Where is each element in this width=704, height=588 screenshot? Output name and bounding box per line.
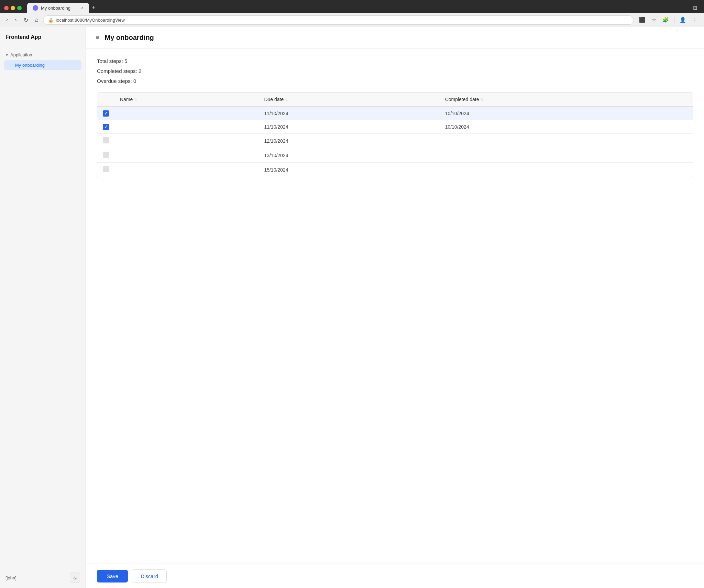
table-row: 12/10/2024 — [97, 134, 693, 148]
minimize-window-button[interactable] — [11, 6, 15, 10]
total-steps-stat: Total steps: 5 — [97, 58, 693, 64]
secure-icon: 🔒 — [48, 18, 54, 23]
hamburger-button[interactable]: ≡ — [94, 33, 101, 43]
tab-favicon-icon — [33, 5, 38, 11]
table-header-name[interactable]: Name ⇅ — [114, 92, 258, 107]
checkbox-cell[interactable] — [97, 107, 114, 120]
step-name-cell — [114, 134, 258, 148]
screenshot-button[interactable]: ⬛ — [637, 15, 648, 25]
main-header: ≡ My onboarding — [86, 27, 704, 48]
due-date-cell: 13/10/2024 — [258, 148, 439, 163]
toolbar-divider — [674, 17, 674, 23]
fullscreen-window-button[interactable] — [17, 6, 22, 10]
table-header-due-date[interactable]: Due date ⇅ — [258, 92, 439, 107]
browser-titlebar: My onboarding × + ⊞ — [0, 0, 704, 13]
due-date-cell: 15/10/2024 — [258, 163, 439, 177]
tab-close-button[interactable]: × — [81, 6, 84, 10]
table-row: 11/10/202410/10/2024 — [97, 120, 693, 134]
name-sort-icon: ⇅ — [134, 98, 137, 101]
onboarding-table: Name ⇅ Due date ⇅ — [97, 92, 693, 177]
sidebar-section: ∨ Application My onboarding — [0, 46, 86, 72]
step-name-cell — [114, 120, 258, 134]
sidebar-item-label: My onboarding — [15, 63, 45, 68]
tab-bar: My onboarding × + — [27, 3, 688, 13]
extension-button[interactable]: 🧩 — [660, 15, 671, 25]
user-profile-button[interactable]: 👤 — [677, 15, 689, 25]
unchecked-checkbox[interactable] — [103, 152, 109, 158]
sidebar-footer: [john] ⎋ — [0, 567, 86, 588]
browser-menu-button[interactable]: ⋮ — [690, 15, 700, 25]
new-tab-button[interactable]: + — [89, 3, 98, 13]
table-header-checkbox — [97, 92, 114, 107]
checkbox-cell[interactable] — [97, 134, 114, 148]
chevron-down-icon: ∨ — [6, 53, 8, 57]
sidebar-app-name: Frontend App — [0, 27, 86, 46]
back-button[interactable]: ‹ — [4, 15, 10, 24]
table-row: 11/10/202410/10/2024 — [97, 107, 693, 120]
sidebar-username: [john] — [6, 575, 16, 580]
active-tab[interactable]: My onboarding × — [27, 3, 89, 13]
step-name-cell — [114, 107, 258, 120]
overdue-steps-stat: Overdue steps: 0 — [97, 78, 693, 84]
reload-button[interactable]: ↻ — [22, 15, 30, 25]
expand-icon[interactable]: ⊞ — [691, 3, 700, 13]
due-date-sort-icon: ⇅ — [285, 98, 288, 101]
unchecked-checkbox[interactable] — [103, 166, 109, 172]
completed-date-cell — [440, 163, 693, 177]
sidebar-item-my-onboarding[interactable]: My onboarding — [4, 60, 81, 70]
step-name-cell — [114, 148, 258, 163]
checkbox-cell[interactable] — [97, 120, 114, 134]
stats-section: Total steps: 5 Completed steps: 2 Overdu… — [97, 58, 693, 84]
table-row: 13/10/2024 — [97, 148, 693, 163]
checkbox-cell[interactable] — [97, 163, 114, 177]
completed-date-cell — [440, 148, 693, 163]
completed-date-sort-icon: ⇅ — [480, 98, 483, 101]
due-date-cell: 12/10/2024 — [258, 134, 439, 148]
browser-chrome: My onboarding × + ⊞ ‹ › ↻ ⌂ 🔒 localhost:… — [0, 0, 704, 27]
step-name-cell — [114, 163, 258, 177]
completed-date-cell — [440, 134, 693, 148]
forward-button[interactable]: › — [13, 15, 19, 24]
checkbox-cell[interactable] — [97, 148, 114, 163]
toolbar-right: ⬛ ☆ 🧩 👤 ⋮ — [637, 15, 700, 25]
sidebar-section-label: Application — [10, 52, 32, 57]
app-container: Frontend App ∨ Application My onboarding… — [0, 27, 704, 588]
completed-steps-stat: Completed steps: 2 — [97, 68, 693, 74]
bookmark-button[interactable]: ☆ — [649, 15, 659, 25]
table-row: 15/10/2024 — [97, 163, 693, 177]
due-date-cell: 11/10/2024 — [258, 107, 439, 120]
due-date-cell: 11/10/2024 — [258, 120, 439, 134]
save-button[interactable]: Save — [97, 570, 128, 582]
logout-button[interactable]: ⎋ — [70, 573, 80, 583]
table-header-row: Name ⇅ Due date ⇅ — [97, 92, 693, 107]
steps-table: Name ⇅ Due date ⇅ — [97, 92, 693, 177]
address-bar[interactable]: 🔒 localhost:8080/MyOnboardingView — [43, 15, 634, 25]
close-window-button[interactable] — [4, 6, 9, 10]
traffic-lights — [4, 6, 22, 10]
checked-checkbox[interactable] — [103, 124, 109, 130]
page-title: My onboarding — [105, 34, 154, 42]
unchecked-checkbox[interactable] — [103, 137, 109, 143]
action-bar: Save Discard — [86, 564, 704, 588]
browser-toolbar: ‹ › ↻ ⌂ 🔒 localhost:8080/MyOnboardingVie… — [0, 13, 704, 27]
url-text: localhost:8080/MyOnboardingView — [56, 18, 125, 23]
tab-title: My onboarding — [41, 6, 70, 11]
completed-date-cell: 10/10/2024 — [440, 107, 693, 120]
content-area: Total steps: 5 Completed steps: 2 Overdu… — [86, 48, 704, 564]
sidebar: Frontend App ∨ Application My onboarding… — [0, 27, 86, 588]
hamburger-icon: ≡ — [96, 34, 99, 41]
completed-date-cell: 10/10/2024 — [440, 120, 693, 134]
main-content: ≡ My onboarding Total steps: 5 Completed… — [86, 27, 704, 588]
checked-checkbox[interactable] — [103, 110, 109, 117]
sidebar-section-application[interactable]: ∨ Application — [3, 50, 83, 59]
discard-button[interactable]: Discard — [132, 569, 167, 583]
table-header-completed-date[interactable]: Completed date ⇅ — [440, 92, 693, 107]
home-button[interactable]: ⌂ — [33, 15, 41, 24]
logout-icon: ⎋ — [74, 575, 76, 580]
